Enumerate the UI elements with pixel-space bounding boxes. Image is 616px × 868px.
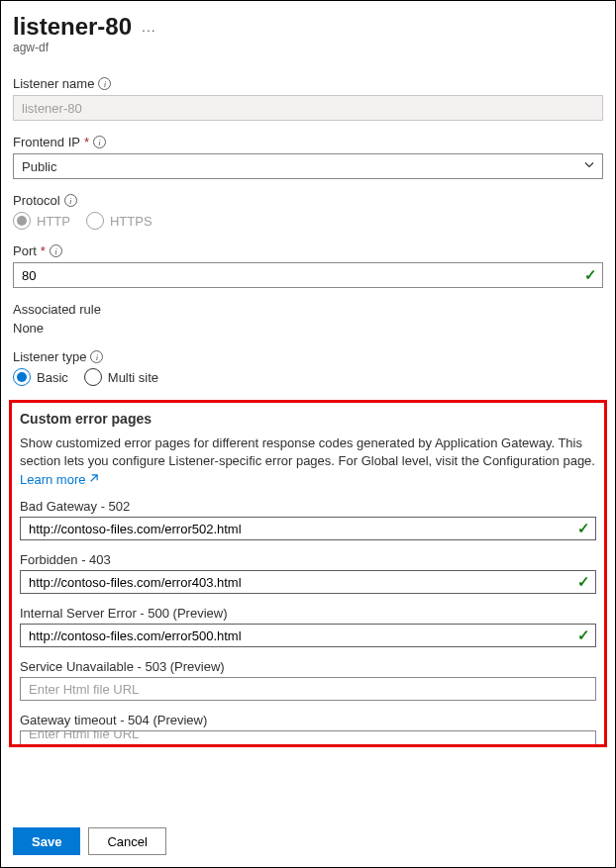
error-503-label: Service Unavailable - 503 (Preview) xyxy=(20,659,225,674)
associated-rule-value: None xyxy=(13,321,603,336)
checkmark-icon: ✓ xyxy=(577,627,590,644)
listener-name-label: Listener name xyxy=(13,76,94,91)
required-indicator: * xyxy=(84,135,89,149)
error-500-label: Internal Server Error - 500 (Preview) xyxy=(20,606,228,621)
frontend-ip-label: Frontend IP xyxy=(13,135,80,149)
external-link-icon xyxy=(88,472,99,487)
protocol-https-label: HTTPS xyxy=(110,214,153,229)
learn-more-link[interactable]: Learn more xyxy=(20,472,99,487)
error-403-input[interactable] xyxy=(20,570,596,594)
listener-type-multi-label: Multi site xyxy=(108,370,158,385)
info-icon[interactable]: i xyxy=(93,136,106,148)
error-403-label: Forbidden - 403 xyxy=(20,552,111,567)
listener-type-label: Listener type xyxy=(13,349,86,364)
more-icon[interactable]: ··· xyxy=(142,16,156,38)
port-input[interactable] xyxy=(13,262,603,288)
port-label: Port xyxy=(13,243,37,258)
error-504-input[interactable]: Enter Html file URL xyxy=(20,730,596,744)
protocol-label: Protocol xyxy=(13,193,60,208)
frontend-ip-value: Public xyxy=(22,159,56,174)
custom-error-title: Custom error pages xyxy=(20,411,596,427)
listener-type-basic-label: Basic xyxy=(37,370,68,385)
protocol-https-radio: HTTPS xyxy=(86,212,153,230)
learn-more-label: Learn more xyxy=(20,472,85,487)
cancel-button[interactable]: Cancel xyxy=(88,827,165,855)
error-502-label: Bad Gateway - 502 xyxy=(20,499,130,514)
resource-name: agw-df xyxy=(13,41,603,54)
error-502-input[interactable] xyxy=(20,517,596,540)
associated-rule-label: Associated rule xyxy=(13,302,101,317)
checkmark-icon: ✓ xyxy=(584,266,597,284)
info-icon[interactable]: i xyxy=(98,77,111,90)
protocol-http-radio: HTTP xyxy=(13,212,70,230)
error-500-input[interactable] xyxy=(20,624,596,647)
custom-error-pages-section: Custom error pages Show customized error… xyxy=(9,400,607,747)
info-icon[interactable]: i xyxy=(50,244,62,257)
save-button[interactable]: Save xyxy=(13,827,80,855)
custom-error-description: Show customized error pages for differen… xyxy=(20,434,596,470)
info-icon[interactable]: i xyxy=(90,350,103,363)
checkmark-icon: ✓ xyxy=(577,573,590,591)
required-indicator: * xyxy=(41,243,46,258)
listener-type-multi-radio[interactable]: Multi site xyxy=(84,368,158,386)
error-504-label: Gateway timeout - 504 (Preview) xyxy=(20,713,207,727)
listener-type-basic-radio[interactable]: Basic xyxy=(13,368,68,386)
checkmark-icon: ✓ xyxy=(577,520,590,537)
protocol-http-label: HTTP xyxy=(37,214,70,229)
error-503-input[interactable] xyxy=(20,677,596,701)
page-title: listener-80 xyxy=(13,13,132,41)
frontend-ip-select[interactable]: Public xyxy=(13,153,603,179)
listener-name-input xyxy=(13,95,603,121)
info-icon[interactable]: i xyxy=(64,194,77,207)
